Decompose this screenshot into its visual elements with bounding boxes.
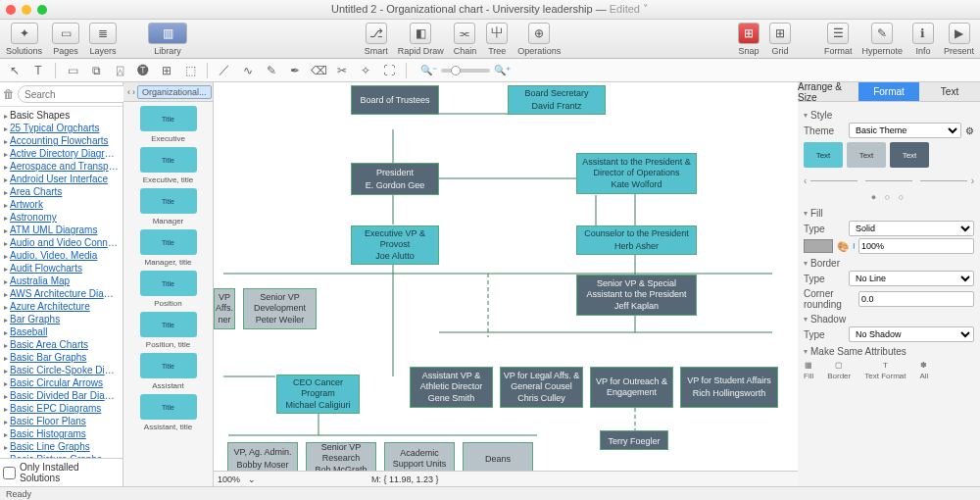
library-item[interactable]: Basic Bar Graphs — [4, 351, 119, 364]
attr-border[interactable]: ▢Border — [827, 361, 851, 380]
library-item[interactable]: Basic Shapes — [4, 109, 119, 122]
nav-back-icon[interactable]: ‹ — [127, 87, 130, 97]
corner-input[interactable] — [858, 291, 974, 307]
copy-icon[interactable]: ⧉ — [87, 62, 105, 79]
chain-button[interactable]: ⫘Chain — [454, 23, 477, 56]
color-wheel-icon[interactable]: 🎨 — [837, 241, 849, 252]
library-item[interactable]: AWS Architecture Diagrams — [4, 287, 119, 300]
zoom-out-icon[interactable]: 🔍⁻ — [420, 65, 437, 75]
rapid-draw-button[interactable]: ◧Rapid Draw — [398, 23, 444, 56]
library-item[interactable]: 25 Typical Orgcharts — [4, 122, 119, 134]
swatch-gray[interactable]: Text — [847, 142, 886, 168]
fill-type-select[interactable]: Solid — [849, 221, 974, 236]
node-terry[interactable]: Terry Foegler — [600, 430, 668, 450]
node-vp-ag[interactable]: VP, Ag. Admin.Bobby Moser — [227, 442, 298, 471]
node-ceo-cancer[interactable]: CEO Cancer ProgramMichael Caligiuri — [276, 375, 360, 414]
zoom-slider[interactable] — [441, 69, 490, 73]
tab-format[interactable]: Format — [858, 82, 919, 102]
format-button[interactable]: ☰Format — [824, 23, 853, 56]
zoom-controls[interactable]: 🔍⁻ 🔍⁺ — [420, 65, 511, 75]
node-counselor[interactable]: Counselor to the PresidentHerb Asher — [576, 225, 697, 255]
nav-forward-icon[interactable]: › — [132, 87, 135, 97]
shape-thumb[interactable]: TitleExecutive — [132, 106, 205, 143]
library-item[interactable]: Basic Floor Plans — [4, 415, 119, 427]
text-box-icon[interactable]: 🅣 — [134, 62, 152, 79]
line-icon[interactable]: ／ — [216, 62, 233, 79]
shape-thumb[interactable]: TitleExecutive, title — [132, 147, 205, 184]
border-section[interactable]: Border — [804, 258, 974, 269]
fill-color[interactable] — [804, 239, 833, 253]
node-vp-affs[interactable]: VP Affs.ner — [214, 288, 235, 329]
library-item[interactable]: Audio and Video Connectors — [4, 236, 119, 249]
rect-icon[interactable]: ▭ — [64, 62, 81, 79]
attr-text[interactable]: TText Format — [864, 361, 906, 380]
crop-icon[interactable]: ✂ — [333, 62, 351, 79]
library-list[interactable]: Basic Shapes25 Typical OrgchartsAccounti… — [0, 107, 122, 458]
shape-thumb[interactable]: TitleManager, title — [132, 229, 205, 267]
shadow-type-select[interactable]: No Shadow — [849, 326, 974, 342]
library-item[interactable]: Android User Interface — [4, 173, 119, 185]
gear-icon[interactable]: ⚙ — [965, 125, 974, 136]
node-vp-legal[interactable]: VP for Legal Affs. & General CouselChris… — [500, 367, 583, 408]
border-type-select[interactable]: No Line — [849, 271, 974, 286]
snap-button[interactable]: ⊞Snap — [738, 23, 760, 56]
zoom-in-icon[interactable]: 🔍⁺ — [494, 65, 511, 75]
library-item[interactable]: Azure Architecture — [4, 300, 119, 313]
operations-button[interactable]: ⊕Operations — [517, 23, 561, 56]
shape-thumb[interactable]: TitleManager — [132, 188, 205, 225]
inspector-tabs[interactable]: Arrange & Size Format Text — [798, 82, 980, 102]
eraser-icon[interactable]: ⌫ — [310, 62, 327, 79]
library-item[interactable]: Basic Area Charts — [4, 338, 119, 351]
style-section[interactable]: Style — [804, 110, 974, 121]
insert-icon[interactable]: ⍓ — [111, 62, 128, 79]
library-item[interactable]: Active Directory Diagrams — [4, 147, 119, 160]
pencil-icon[interactable]: ✎ — [263, 62, 280, 79]
shapes-list[interactable]: TitleExecutiveTitleExecutive, titleTitle… — [123, 102, 213, 486]
swatch-teal[interactable]: Text — [804, 142, 843, 168]
shadow-section[interactable]: Shadow — [804, 314, 974, 325]
library-item[interactable]: Audio, Video, Media — [4, 249, 119, 262]
library-item[interactable]: Accounting Flowcharts — [4, 134, 119, 147]
shape-thumb[interactable]: TitleAssistant, title — [132, 394, 205, 431]
clear-icon[interactable]: 🗑 — [3, 87, 15, 101]
library-item[interactable]: Basic Circle-Spoke Diagrams — [4, 364, 119, 376]
attr-all[interactable]: ✽All — [919, 361, 928, 380]
tree-button[interactable]: ⼬Tree — [486, 23, 508, 56]
attrs-icons[interactable]: ▦Fill ▢Border TText Format ✽All — [804, 361, 974, 380]
opacity-slider[interactable] — [853, 243, 855, 249]
shapes-tabs[interactable]: ‹ › Organizational... ▾ — [123, 82, 213, 102]
library-item[interactable]: Bar Graphs — [4, 313, 119, 325]
shapes-tab-active[interactable]: Organizational... — [137, 85, 212, 99]
node-svp-dev[interactable]: Senior VP DevelopmentPeter Weiler — [243, 288, 317, 329]
pen-icon[interactable]: ✒ — [286, 62, 304, 79]
text-icon[interactable]: T — [29, 62, 47, 79]
node-asu[interactable]: Academic Support Units — [384, 442, 455, 471]
opacity-value[interactable] — [858, 238, 974, 254]
layers-button[interactable]: ≣Layers — [89, 23, 117, 56]
region-icon[interactable]: ⬚ — [181, 62, 199, 79]
pointer-icon[interactable]: ↖ — [6, 62, 24, 79]
only-installed-checkbox[interactable] — [3, 467, 16, 479]
fill-section[interactable]: Fill — [804, 208, 974, 219]
smart-button[interactable]: ⎇Smart — [365, 23, 388, 56]
hypernote-button[interactable]: ✎Hypernote — [861, 23, 903, 56]
shape-thumb[interactable]: TitlePosition — [132, 271, 205, 308]
library-item[interactable]: Basic EPC Diagrams — [4, 402, 119, 415]
library-item[interactable]: Artwork — [4, 198, 119, 211]
node-avp-athletic[interactable]: Assistant VP & Athletic DirectorGene Smi… — [410, 367, 493, 408]
page-dots[interactable]: ● ○ ○ — [804, 192, 974, 202]
node-deans[interactable]: Deans — [463, 442, 533, 471]
pages-button[interactable]: ▭Pages — [52, 23, 79, 56]
library-item[interactable]: Basic Line Graphs — [4, 440, 119, 453]
library-item[interactable]: Basic Circular Arrows — [4, 376, 119, 389]
node-svp-special[interactable]: Senior VP & Special Assistant to the Pre… — [576, 275, 697, 316]
magic-icon[interactable]: ✧ — [357, 62, 374, 79]
node-vp-outreach[interactable]: VP for Outreach & Engagement — [590, 367, 673, 408]
node-vp-student[interactable]: VP for Student AffairsRich Hollingsworth — [680, 367, 778, 408]
table-icon[interactable]: ⊞ — [158, 62, 175, 79]
present-button[interactable]: ▶Present — [944, 23, 974, 56]
theme-select[interactable]: Basic Theme — [849, 123, 961, 138]
library-item[interactable]: Basic Divided Bar Diagrams — [4, 389, 119, 402]
solutions-button[interactable]: ✦Solutions — [6, 23, 42, 56]
attrs-section[interactable]: Make Same Attributes — [804, 346, 974, 357]
